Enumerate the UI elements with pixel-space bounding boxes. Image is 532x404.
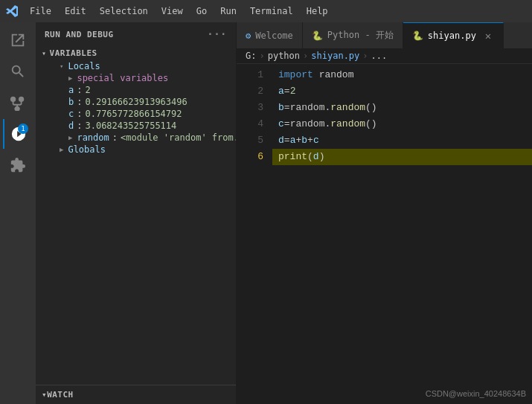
menu-file[interactable]: File bbox=[24, 4, 57, 18]
breadcrumb: G: › python › shiyan.py › ... bbox=[237, 48, 532, 64]
welcome-icon: ⚙ bbox=[246, 31, 251, 41]
var-d-colon: : bbox=[77, 121, 82, 131]
globals-item[interactable]: ▶ Globals bbox=[36, 144, 236, 155]
var-c3: c bbox=[313, 132, 319, 149]
kw-import: import bbox=[278, 67, 313, 83]
var-random-item[interactable]: ▶ random : <module 'random' from... bbox=[36, 132, 236, 144]
tab-welcome[interactable]: ⚙ Welcome bbox=[237, 22, 303, 48]
code-line-1: import random bbox=[272, 67, 532, 83]
breadcrumb-g[interactable]: G: bbox=[246, 51, 256, 61]
code-content[interactable]: import random a=2 b=random.random() c=ra… bbox=[272, 64, 532, 404]
watch-label: WATCH bbox=[47, 390, 74, 400]
var-random-colon: : bbox=[112, 132, 118, 143]
shiyan-icon: 🐍 bbox=[412, 31, 423, 41]
var-random-name: random bbox=[77, 132, 109, 143]
sidebar-header: RUN AND DEBUG ··· bbox=[36, 22, 236, 46]
main-layout: 1 RUN AND DEBUG ··· ▾ VARIABLES ▾ Locals bbox=[0, 22, 532, 404]
var-a-name: a bbox=[68, 85, 74, 95]
var-a2: a bbox=[290, 132, 296, 149]
var-b2: b bbox=[278, 100, 284, 116]
editor-area: ⚙ Welcome 🐍 Python - 开始 🐍 shiyan.py ✕ G:… bbox=[237, 22, 532, 404]
var-d2: d bbox=[278, 132, 284, 149]
tab-python-label: Python - 开始 bbox=[327, 29, 394, 42]
tab-shiyan-label: shiyan.py bbox=[428, 31, 476, 41]
var-b-item[interactable]: b : 0.29166623913963496 bbox=[36, 96, 236, 108]
activity-bar: 1 bbox=[0, 22, 36, 404]
tabs-bar: ⚙ Welcome 🐍 Python - 开始 🐍 shiyan.py ✕ bbox=[237, 22, 532, 48]
tab-welcome-label: Welcome bbox=[255, 31, 293, 41]
menu-go[interactable]: Go bbox=[190, 4, 213, 18]
breadcrumb-file[interactable]: shiyan.py bbox=[311, 51, 359, 61]
var-d3: d bbox=[313, 149, 319, 165]
explorer-icon[interactable] bbox=[3, 25, 33, 55]
menu-help[interactable]: Help bbox=[301, 4, 334, 18]
search-icon[interactable] bbox=[3, 57, 33, 86]
variables-arrow: ▾ bbox=[42, 49, 47, 57]
code-line-6: ▶ print(d) bbox=[272, 149, 532, 165]
random-arrow: ▶ bbox=[68, 134, 72, 141]
variables-label: VARIABLES bbox=[50, 48, 97, 58]
watermark: CSDN@weixin_40248634B bbox=[426, 389, 526, 398]
tab-close-button[interactable]: ✕ bbox=[482, 30, 494, 42]
var-c2: c bbox=[278, 116, 284, 132]
fn-random2: random bbox=[330, 116, 365, 132]
special-arrow: ▶ bbox=[68, 74, 72, 82]
menu-edit[interactable]: Edit bbox=[59, 4, 92, 18]
tab-shiyan[interactable]: 🐍 shiyan.py ✕ bbox=[403, 22, 504, 48]
menu-terminal[interactable]: Terminal bbox=[244, 4, 299, 18]
vscode-logo bbox=[6, 5, 18, 17]
code-line-5: d=a+b+c bbox=[272, 132, 532, 149]
code-line-4: c=random.random() bbox=[272, 116, 532, 132]
source-control-icon[interactable] bbox=[3, 88, 33, 118]
var-c-item[interactable]: c : 0.7765772866154792 bbox=[36, 108, 236, 120]
var-a-item[interactable]: a : 2 bbox=[36, 84, 236, 96]
menu-selection[interactable]: Selection bbox=[94, 4, 154, 18]
python-start-icon: 🐍 bbox=[312, 31, 323, 41]
menu-view[interactable]: View bbox=[156, 4, 189, 18]
code-line-3: b=random.random() bbox=[272, 100, 532, 116]
variables-panel: ▾ VARIABLES ▾ Locals ▶ special variables… bbox=[36, 46, 236, 385]
tab-python-start[interactable]: 🐍 Python - 开始 bbox=[303, 22, 403, 48]
var-d-name: d bbox=[68, 121, 74, 131]
extensions-icon[interactable] bbox=[3, 150, 33, 180]
locals-item[interactable]: ▾ Locals bbox=[36, 60, 236, 72]
var-a-colon: : bbox=[77, 85, 82, 95]
var-c-colon: : bbox=[77, 109, 82, 119]
var-c-value: 0.7765772866154792 bbox=[85, 109, 182, 119]
watch-arrow: ▾ bbox=[42, 390, 47, 400]
fn-print: print bbox=[278, 149, 307, 165]
fn-random: random bbox=[330, 100, 365, 116]
menu-bar: File Edit Selection View Go Run Terminal… bbox=[24, 4, 334, 18]
variables-section-header[interactable]: ▾ VARIABLES bbox=[36, 46, 236, 60]
debug-run-icon[interactable]: 1 bbox=[3, 119, 33, 149]
var-c-name: c bbox=[68, 109, 74, 119]
random-obj: random bbox=[290, 100, 325, 116]
more-actions-icon[interactable]: ··· bbox=[207, 28, 227, 40]
breadcrumb-python[interactable]: python bbox=[268, 51, 300, 61]
breadcrumb-dots: ... bbox=[371, 51, 388, 61]
line-numbers: 1 2 3 4 5 6 bbox=[237, 64, 272, 404]
locals-label: Locals bbox=[68, 61, 100, 71]
var-a: a bbox=[278, 83, 284, 100]
num-2: 2 bbox=[290, 83, 296, 100]
var-b-name: b bbox=[68, 97, 74, 107]
code-editor: 1 2 3 4 5 6 import random a=2 b=random.r… bbox=[237, 64, 532, 404]
special-variables-label: special variables bbox=[77, 73, 168, 83]
sidebar-title: RUN AND DEBUG bbox=[45, 30, 114, 39]
var-d-item[interactable]: d : 3.068243525755114 bbox=[36, 120, 236, 132]
watch-header[interactable]: ▾ WATCH bbox=[42, 390, 230, 400]
line-num-3: 3 bbox=[237, 100, 263, 116]
random-obj2: random bbox=[290, 116, 325, 132]
line-num-4: 4 bbox=[237, 116, 263, 132]
var-b-value: 0.29166623913963496 bbox=[85, 97, 187, 107]
globals-arrow: ▶ bbox=[60, 146, 63, 153]
menu-run[interactable]: Run bbox=[214, 4, 243, 18]
var-b-colon: : bbox=[77, 97, 82, 107]
locals-arrow: ▾ bbox=[60, 62, 63, 70]
var-random-value: <module 'random' from... bbox=[121, 132, 236, 143]
special-variables-item[interactable]: ▶ special variables bbox=[36, 72, 236, 84]
mod-random: random bbox=[319, 67, 354, 83]
line-num-1: 1 bbox=[237, 67, 263, 83]
line-num-5: 5 bbox=[237, 132, 263, 149]
sidebar-actions: ··· bbox=[207, 28, 227, 40]
